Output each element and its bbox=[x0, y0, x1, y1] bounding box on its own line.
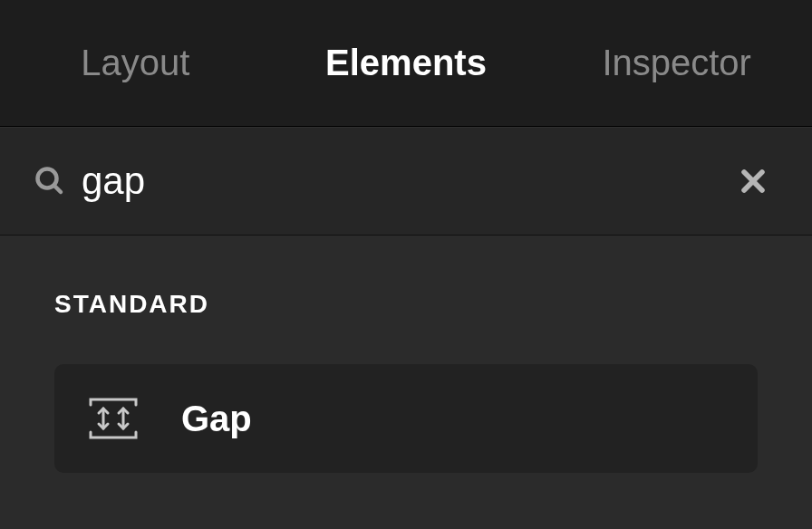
results-area: STANDARD Gap bbox=[0, 236, 812, 529]
tab-elements[interactable]: Elements bbox=[271, 43, 542, 83]
results-section-header: STANDARD bbox=[54, 290, 758, 319]
result-item-gap[interactable]: Gap bbox=[54, 364, 758, 473]
tab-layout[interactable]: Layout bbox=[0, 43, 271, 83]
tab-inspector[interactable]: Inspector bbox=[541, 43, 812, 83]
svg-line-1 bbox=[54, 186, 62, 193]
gap-icon bbox=[82, 387, 145, 450]
result-item-label: Gap bbox=[181, 399, 252, 439]
clear-search-button[interactable] bbox=[730, 159, 776, 204]
search-icon bbox=[27, 165, 72, 197]
search-input[interactable] bbox=[72, 159, 730, 203]
panel-tabbar: Layout Elements Inspector bbox=[0, 0, 812, 127]
search-row bbox=[0, 127, 812, 236]
